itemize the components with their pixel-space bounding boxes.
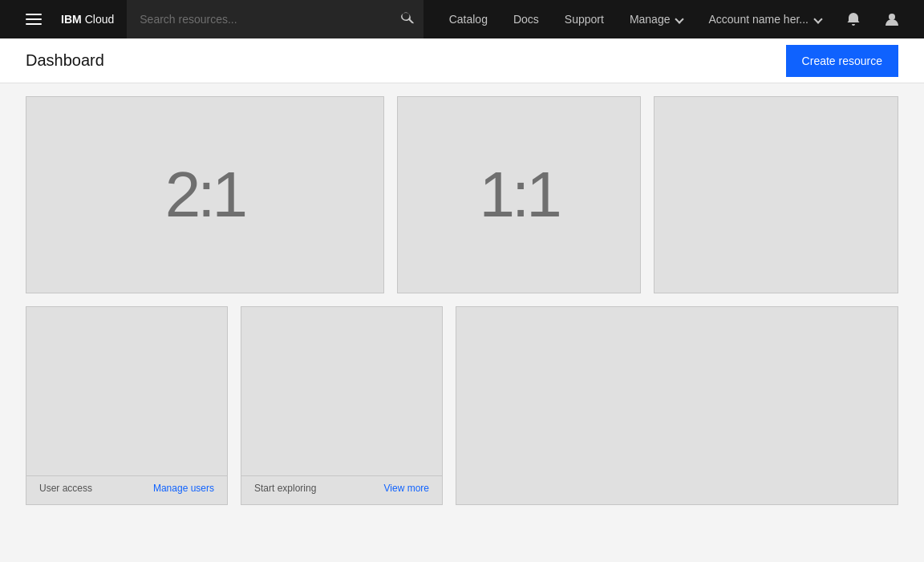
start-exploring-card: Start exploring View more [241,306,443,505]
user-access-label: User access [39,483,92,494]
nav-manage[interactable]: Manage [617,0,696,38]
user-access-card-footer: User access Manage users [26,475,227,500]
nav-catalog[interactable]: Catalog [436,0,500,38]
start-exploring-label: Start exploring [254,483,316,494]
manage-users-link[interactable]: Manage users [153,483,214,494]
user-profile-button[interactable] [873,0,911,38]
user-access-card: User access Manage users [26,306,228,505]
card-empty-top [654,96,898,293]
search-icon[interactable] [401,11,414,27]
svg-rect-2 [26,23,42,25]
cards-row-2: User access Manage users Start exploring… [26,306,898,505]
cards-row-1: 2:1 1:1 [26,96,898,293]
brand-cloud: Cloud [85,13,115,26]
brand-ibm: IBM [61,13,82,26]
card-ratio-text-1: 2:1 [165,158,245,232]
start-exploring-card-body [241,307,442,475]
manage-chevron-icon [675,14,684,23]
user-access-card-body [26,307,227,475]
brand-logo[interactable]: IBM Cloud [55,13,120,26]
svg-rect-1 [26,18,42,20]
card-1-1: 1:1 [397,96,642,293]
view-more-link[interactable]: View more [384,483,429,494]
start-exploring-card-footer: Start exploring View more [241,475,442,500]
top-navigation: IBM Cloud Catalog Docs Support Manage Ac… [0,0,924,38]
create-resource-button[interactable]: Create resource [786,45,898,77]
page-header: Dashboard Create resource [0,38,924,83]
nav-icon-group [834,0,911,38]
search-input[interactable] [127,0,423,38]
notifications-button[interactable] [834,0,873,38]
dashboard-main: 2:1 1:1 User access Manage users Start e… [0,83,924,562]
svg-rect-0 [26,14,42,15]
nav-docs[interactable]: Docs [500,0,552,38]
card-2-1: 2:1 [26,96,384,293]
hamburger-menu-button[interactable] [13,0,55,38]
svg-point-3 [889,14,895,20]
nav-support[interactable]: Support [552,0,617,38]
account-chevron-icon [813,14,822,23]
account-selector[interactable]: Account name her... [695,0,834,38]
card-ratio-text-2: 1:1 [480,158,559,232]
search-bar [127,0,423,38]
page-title: Dashboard [26,51,104,70]
large-bottom-card [456,306,898,505]
nav-links: Catalog Docs Support Manage Account name… [436,0,834,38]
